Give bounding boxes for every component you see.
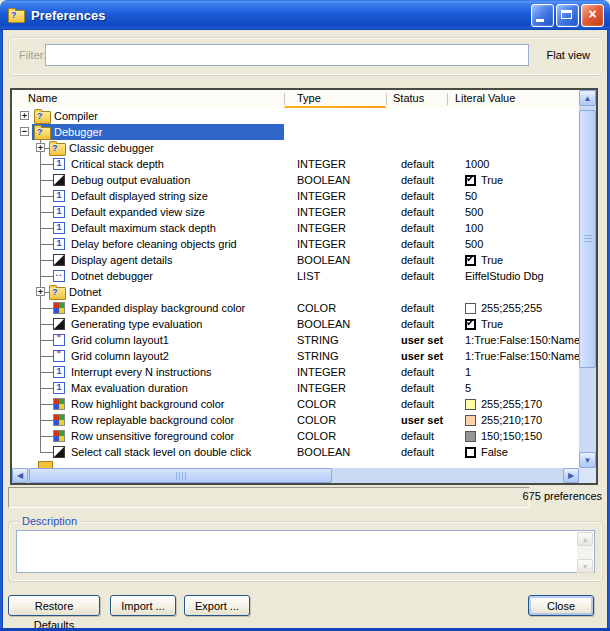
list-type-icon: .. [53,270,65,282]
status-cell: default [401,236,434,252]
row-label: Row replayable background color [71,412,234,428]
table-row[interactable]: Row replayable background colorCOLORuser… [12,412,579,428]
boolean-type-icon [53,446,65,458]
table-row[interactable]: +?Compiler [12,108,579,124]
checkbox-checked-icon[interactable]: ✔ [465,175,476,186]
string-type-icon: " [53,334,65,346]
row-label: Classic debugger [69,140,154,156]
type-cell: STRING [297,332,339,348]
status-cell: default [401,396,434,412]
table-row[interactable]: Expanded display background colorCOLORde… [12,300,579,316]
table-row[interactable]: 1Default displayed string sizeINTEGERdef… [12,188,579,204]
vertical-scrollbar[interactable]: ▲ ▼ [579,90,596,468]
table-row[interactable]: Select call stack level on double clickB… [12,444,579,460]
table-row[interactable]: 1Delay before cleaning objects gridINTEG… [12,236,579,252]
row-label: Dotnet [69,284,101,300]
value-text: 1:True:False:150:Name:2: [465,334,579,346]
table-row[interactable]: "Grid column layout1STRINGuser set1:True… [12,332,579,348]
close-window-button[interactable]: × [581,4,604,27]
vertical-scrollbar-thumb[interactable] [579,110,596,368]
name-cell: Debug output evaluation [12,172,284,188]
scroll-right-arrow-icon[interactable]: ▶ [563,468,579,483]
row-label: Expanded display background color [71,300,245,316]
preferences-grid: Name Type Status Literal Value +?Compile… [10,88,598,485]
color-swatch [465,415,476,426]
literal-value-cell: 5 [465,380,579,396]
tree-line [40,404,53,405]
row-label: Select call stack level on double click [71,444,251,460]
table-row[interactable]: Generating type evaluationBOOLEANdefault… [12,316,579,332]
expand-toggle[interactable]: + [36,143,45,152]
export-button[interactable]: Export ... [184,595,250,616]
expand-toggle[interactable]: + [20,111,29,120]
expand-toggle[interactable]: + [36,287,45,296]
table-row[interactable]: "Grid column layout2STRINGuser set1:True… [12,348,579,364]
title-bar[interactable]: ? Preferences × [0,0,610,30]
status-cell: default [401,188,434,204]
row-label: Max evaluation duration [71,380,188,396]
color-type-icon [53,398,65,410]
name-cell: Row highlight background color [12,396,284,412]
value-text: 100 [465,222,483,234]
restore-defaults-button[interactable]: Restore Defaults [8,595,100,616]
literal-value-cell: ✔True [465,252,579,268]
scroll-left-arrow-icon[interactable]: ◀ [12,468,28,483]
description-text[interactable]: ▲ ▼ [16,530,595,573]
table-row[interactable]: −?Debugger [12,124,579,140]
minimize-button[interactable] [531,4,554,27]
integer-type-icon: 1 [53,238,65,250]
value-text: 1000 [465,158,489,170]
scroll-down-arrow-icon[interactable]: ▼ [579,452,596,468]
tree-connector-line [40,140,41,452]
table-row[interactable]: +?Dotnet [12,284,579,300]
color-swatch [465,431,476,442]
literal-value-cell: 500 [465,236,579,252]
table-row[interactable]: +?Classic debugger [12,140,579,156]
status-cell: user set [401,332,443,348]
name-cell: 1Default expanded view size [12,204,284,220]
table-row[interactable]: Display agent detailsBOOLEANdefault✔True [12,252,579,268]
filter-input[interactable] [45,44,529,66]
table-row[interactable]: Row highlight background colorCOLORdefau… [12,396,579,412]
expand-toggle[interactable]: − [20,127,29,136]
literal-value-cell: 255;255;170 [465,396,579,412]
scroll-up-arrow-icon[interactable]: ▲ [579,90,596,106]
row-label: Display agent details [71,252,173,268]
tree-line [40,212,53,213]
description-scrollbar: ▲ ▼ [577,532,593,573]
type-cell: COLOR [297,300,336,316]
horizontal-scrollbar-thumb[interactable] [29,468,332,483]
type-cell: COLOR [297,396,336,412]
row-label: Default displayed string size [71,188,208,204]
table-row[interactable]: ..Dotnet debuggerLISTdefaultEiffelStudio… [12,268,579,284]
table-row[interactable]: 1Critical stack depthINTEGERdefault1000 [12,156,579,172]
status-cell: default [401,380,434,396]
maximize-button[interactable] [556,4,579,27]
column-header-status[interactable]: Status [393,92,424,104]
scroll-down-arrow-icon[interactable]: ▼ [577,559,593,573]
horizontal-scrollbar[interactable]: ◀ ▶ [12,468,579,483]
table-row[interactable]: 1Interrupt every N instructionsINTEGERde… [12,364,579,380]
checkbox-unchecked-icon[interactable] [465,447,476,458]
column-header-name[interactable]: Name [28,92,57,104]
status-cell: default [401,444,434,460]
row-label: Debugger [54,124,102,140]
literal-value-cell: ✔True [465,172,579,188]
literal-value-cell: 150;150;150 [465,428,579,444]
table-row[interactable]: Row unsensitive foreground colorCOLORdef… [12,428,579,444]
table-row[interactable]: 1Default maximum stack depthINTEGERdefau… [12,220,579,236]
tree-line [40,356,53,357]
table-row[interactable]: Debug output evaluationBOOLEANdefault✔Tr… [12,172,579,188]
checkbox-checked-icon[interactable]: ✔ [465,255,476,266]
close-button[interactable]: Close [528,595,594,616]
type-cell: COLOR [297,428,336,444]
checkbox-checked-icon[interactable]: ✔ [465,319,476,330]
table-row[interactable]: 1Max evaluation durationINTEGERdefault5 [12,380,579,396]
name-cell: Display agent details [12,252,284,268]
scroll-up-arrow-icon[interactable]: ▲ [577,532,593,546]
column-header-literal-value[interactable]: Literal Value [455,92,515,104]
flat-view-toggle[interactable]: Flat view [547,49,590,61]
table-row[interactable]: 1Default expanded view sizeINTEGERdefaul… [12,204,579,220]
import-button[interactable]: Import ... [110,595,176,616]
column-header-type[interactable]: Type [297,92,321,104]
